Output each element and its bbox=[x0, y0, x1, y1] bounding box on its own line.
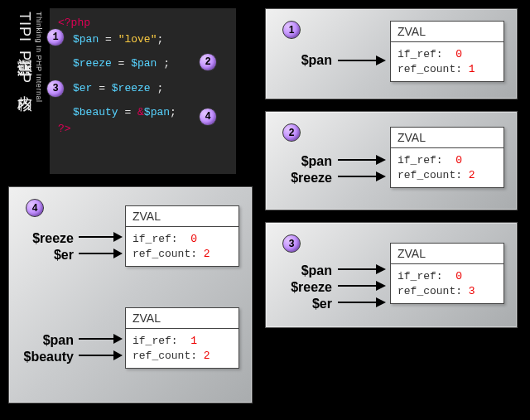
panel-3-vars: $pan $reeze $er bbox=[266, 263, 332, 312]
code-var: $reeze bbox=[73, 57, 112, 70]
if-ref-label: if_ref: bbox=[398, 48, 443, 60]
tipi-sub-label: Thinking In PHP Internal bbox=[35, 12, 43, 102]
var-label: $pan bbox=[9, 332, 74, 349]
arrow-icon bbox=[77, 331, 123, 347]
svg-marker-9 bbox=[376, 281, 386, 291]
zval-box: ZVAL if_ref: 0 ref_count: 3 bbox=[390, 243, 504, 304]
arrow-icon bbox=[336, 51, 386, 70]
code-op: = bbox=[118, 106, 137, 118]
svg-marker-15 bbox=[113, 249, 123, 258]
var-label: $reeze bbox=[266, 170, 332, 186]
code-semi: ; bbox=[157, 33, 163, 46]
panel-3: 3 $pan $reeze $er ZVAL if_ref: 0 ref_cou… bbox=[265, 222, 518, 328]
ref-count-label: ref_count: bbox=[398, 285, 462, 297]
code-var: $pan bbox=[131, 57, 157, 70]
code-str: "love" bbox=[118, 33, 157, 46]
var-label: $reeze bbox=[266, 279, 332, 296]
arrow-icon bbox=[336, 152, 386, 168]
if-ref-label: if_ref: bbox=[398, 270, 443, 282]
panel-2: 2 $pan $reeze ZVAL if_ref: 0 ref_count: … bbox=[265, 111, 518, 210]
code-op: = bbox=[112, 57, 131, 70]
svg-marker-17 bbox=[113, 334, 123, 344]
panel-4-badge: 4 bbox=[26, 199, 44, 217]
code-amp: & bbox=[137, 106, 144, 118]
arrow-icon bbox=[336, 168, 386, 185]
ref-count-label: ref_count: bbox=[132, 350, 197, 362]
code-var: $pan bbox=[144, 106, 170, 118]
code-badge-4: 4 bbox=[199, 108, 217, 126]
code-badge-2: 2 bbox=[199, 53, 217, 71]
zval-box: ZVAL if_ref: 0 ref_count: 2 bbox=[125, 205, 239, 267]
ref-count-label: ref_count: bbox=[398, 169, 462, 181]
code-op: = bbox=[99, 33, 118, 46]
var-label: $pan bbox=[266, 52, 332, 69]
if-ref-value: 0 bbox=[455, 48, 462, 60]
code-var: $pan bbox=[73, 33, 99, 46]
ref-count-value: 3 bbox=[469, 285, 475, 297]
zval-box: ZVAL if_ref: 0 ref_count: 2 bbox=[390, 127, 504, 188]
var-label: $reeze bbox=[9, 230, 74, 247]
panel-1: 1 $pan ZVAL if_ref: 0 ref_count: 1 bbox=[265, 8, 518, 99]
svg-marker-5 bbox=[376, 171, 386, 181]
svg-marker-7 bbox=[376, 264, 386, 274]
code-panel: <?php $pan = "love"; $reeze = $pan ; $er… bbox=[50, 8, 236, 174]
if-ref-value: 0 bbox=[455, 154, 462, 167]
arrow-icon bbox=[77, 347, 123, 364]
var-label: $pan bbox=[266, 263, 332, 279]
panel-4-bottom-vars: $pan $beauty bbox=[9, 332, 74, 365]
arrow-icon bbox=[77, 229, 123, 245]
var-label: $er bbox=[266, 296, 332, 312]
arrow-icon bbox=[336, 261, 386, 278]
zval-title: ZVAL bbox=[391, 128, 504, 148]
svg-marker-11 bbox=[376, 297, 386, 307]
ref-count-value: 2 bbox=[204, 248, 210, 260]
ref-count-value: 2 bbox=[204, 350, 210, 362]
panel-1-vars: $pan bbox=[266, 52, 332, 69]
zval-title: ZVAL bbox=[391, 244, 504, 264]
code-var: $reeze bbox=[112, 82, 151, 94]
var-label: $beauty bbox=[9, 349, 74, 365]
code-var: $er bbox=[73, 82, 92, 94]
svg-marker-19 bbox=[113, 350, 123, 360]
ref-count-value: 2 bbox=[469, 169, 475, 181]
panel-4: 4 $reeze $er ZVAL if_ref: 0 ref_count: 2… bbox=[8, 186, 253, 403]
panel-4-top-vars: $reeze $er bbox=[9, 230, 74, 263]
php-close-tag: ?> bbox=[58, 123, 71, 135]
if-ref-label: if_ref: bbox=[132, 233, 178, 245]
if-ref-value: 1 bbox=[190, 335, 197, 347]
arrow-icon bbox=[77, 245, 123, 262]
panel-2-vars: $pan $reeze bbox=[266, 153, 332, 186]
arrow-icon bbox=[336, 278, 386, 294]
svg-marker-3 bbox=[376, 155, 386, 165]
arrow-icon bbox=[336, 294, 386, 311]
ref-count-label: ref_count: bbox=[132, 248, 197, 260]
zval-title: ZVAL bbox=[391, 22, 504, 42]
if-ref-value: 0 bbox=[190, 233, 197, 245]
code-badge-3: 3 bbox=[46, 80, 65, 98]
zval-title: ZVAL bbox=[126, 308, 238, 329]
if-ref-label: if_ref: bbox=[132, 335, 178, 347]
var-label: $er bbox=[9, 247, 74, 263]
if-ref-label: if_ref: bbox=[398, 154, 443, 167]
code-semi: ; bbox=[170, 106, 176, 118]
code-badge-1: 1 bbox=[46, 28, 65, 46]
zval-box: ZVAL if_ref: 1 ref_count: 2 bbox=[125, 307, 239, 369]
if-ref-value: 0 bbox=[455, 270, 462, 282]
svg-marker-1 bbox=[376, 56, 386, 65]
ref-count-label: ref_count: bbox=[398, 63, 462, 75]
code-op: = bbox=[92, 82, 111, 94]
ref-count-value: 1 bbox=[469, 63, 475, 75]
panel-2-badge: 2 bbox=[282, 123, 301, 142]
tipi-main-label: TIPI 深入理解PHP内核 bbox=[15, 12, 35, 85]
php-open-tag: <?php bbox=[58, 17, 90, 29]
panel-3-badge: 3 bbox=[282, 234, 301, 253]
code-semi: ; bbox=[157, 57, 170, 70]
panel-1-badge: 1 bbox=[282, 21, 301, 39]
code-semi: ; bbox=[151, 82, 164, 94]
var-label: $pan bbox=[266, 153, 332, 170]
zval-box: ZVAL if_ref: 0 ref_count: 1 bbox=[390, 21, 504, 82]
svg-marker-13 bbox=[113, 232, 123, 242]
code-var: $beauty bbox=[73, 106, 118, 118]
zval-title: ZVAL bbox=[126, 206, 238, 227]
